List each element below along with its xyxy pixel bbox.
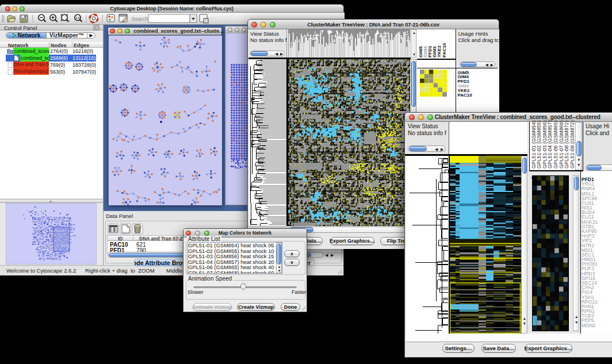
svg-text:Search:: Search: — [132, 16, 150, 22]
svg-text:1:1: 1:1 — [75, 16, 79, 20]
